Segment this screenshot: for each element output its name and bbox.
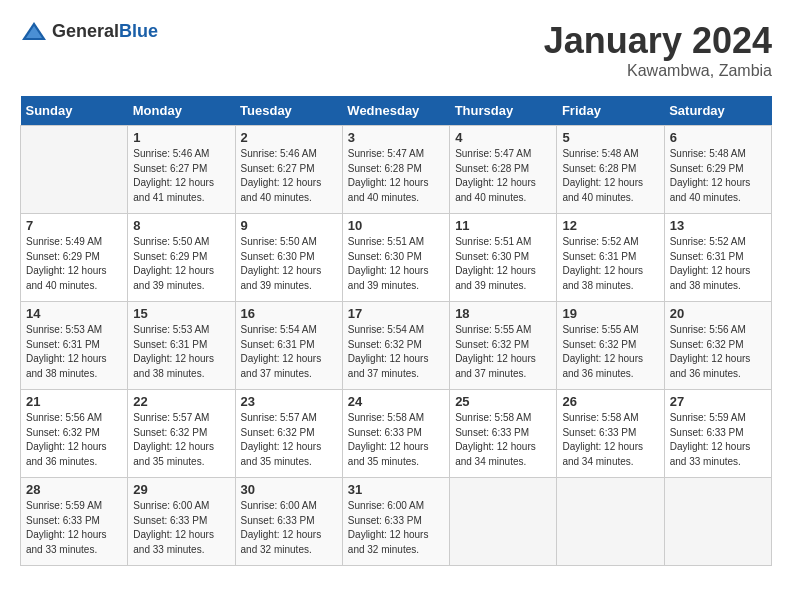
location-subtitle: Kawambwa, Zambia: [544, 62, 772, 80]
day-info: Sunrise: 5:51 AM Sunset: 6:30 PM Dayligh…: [455, 235, 551, 293]
calendar-cell: 23Sunrise: 5:57 AM Sunset: 6:32 PM Dayli…: [235, 390, 342, 478]
title-section: January 2024 Kawambwa, Zambia: [544, 20, 772, 80]
day-number: 18: [455, 306, 551, 321]
day-info: Sunrise: 5:46 AM Sunset: 6:27 PM Dayligh…: [133, 147, 229, 205]
day-info: Sunrise: 5:55 AM Sunset: 6:32 PM Dayligh…: [562, 323, 658, 381]
day-number: 21: [26, 394, 122, 409]
calendar-cell: 29Sunrise: 6:00 AM Sunset: 6:33 PM Dayli…: [128, 478, 235, 566]
day-number: 7: [26, 218, 122, 233]
day-number: 20: [670, 306, 766, 321]
calendar-cell: 7Sunrise: 5:49 AM Sunset: 6:29 PM Daylig…: [21, 214, 128, 302]
calendar-cell: 31Sunrise: 6:00 AM Sunset: 6:33 PM Dayli…: [342, 478, 449, 566]
column-header-sunday: Sunday: [21, 96, 128, 126]
day-number: 31: [348, 482, 444, 497]
calendar-cell: 2Sunrise: 5:46 AM Sunset: 6:27 PM Daylig…: [235, 126, 342, 214]
day-info: Sunrise: 5:51 AM Sunset: 6:30 PM Dayligh…: [348, 235, 444, 293]
calendar-cell: 8Sunrise: 5:50 AM Sunset: 6:29 PM Daylig…: [128, 214, 235, 302]
day-info: Sunrise: 5:52 AM Sunset: 6:31 PM Dayligh…: [562, 235, 658, 293]
calendar-cell: 5Sunrise: 5:48 AM Sunset: 6:28 PM Daylig…: [557, 126, 664, 214]
day-info: Sunrise: 5:56 AM Sunset: 6:32 PM Dayligh…: [670, 323, 766, 381]
calendar-table: SundayMondayTuesdayWednesdayThursdayFrid…: [20, 96, 772, 566]
calendar-header-row: SundayMondayTuesdayWednesdayThursdayFrid…: [21, 96, 772, 126]
calendar-cell: [664, 478, 771, 566]
day-info: Sunrise: 5:52 AM Sunset: 6:31 PM Dayligh…: [670, 235, 766, 293]
day-info: Sunrise: 6:00 AM Sunset: 6:33 PM Dayligh…: [241, 499, 337, 557]
day-number: 14: [26, 306, 122, 321]
calendar-cell: 25Sunrise: 5:58 AM Sunset: 6:33 PM Dayli…: [450, 390, 557, 478]
day-info: Sunrise: 5:48 AM Sunset: 6:29 PM Dayligh…: [670, 147, 766, 205]
calendar-cell: 27Sunrise: 5:59 AM Sunset: 6:33 PM Dayli…: [664, 390, 771, 478]
calendar-cell: 16Sunrise: 5:54 AM Sunset: 6:31 PM Dayli…: [235, 302, 342, 390]
day-number: 23: [241, 394, 337, 409]
month-year-title: January 2024: [544, 20, 772, 62]
day-info: Sunrise: 5:53 AM Sunset: 6:31 PM Dayligh…: [133, 323, 229, 381]
day-number: 8: [133, 218, 229, 233]
logo-general-text: General: [52, 21, 119, 41]
column-header-thursday: Thursday: [450, 96, 557, 126]
calendar-cell: 30Sunrise: 6:00 AM Sunset: 6:33 PM Dayli…: [235, 478, 342, 566]
day-number: 28: [26, 482, 122, 497]
page-header: GeneralBlue January 2024 Kawambwa, Zambi…: [20, 20, 772, 80]
day-info: Sunrise: 5:50 AM Sunset: 6:30 PM Dayligh…: [241, 235, 337, 293]
day-number: 5: [562, 130, 658, 145]
calendar-cell: [450, 478, 557, 566]
calendar-cell: 12Sunrise: 5:52 AM Sunset: 6:31 PM Dayli…: [557, 214, 664, 302]
calendar-cell: 13Sunrise: 5:52 AM Sunset: 6:31 PM Dayli…: [664, 214, 771, 302]
calendar-cell: 1Sunrise: 5:46 AM Sunset: 6:27 PM Daylig…: [128, 126, 235, 214]
calendar-cell: 15Sunrise: 5:53 AM Sunset: 6:31 PM Dayli…: [128, 302, 235, 390]
calendar-cell: 17Sunrise: 5:54 AM Sunset: 6:32 PM Dayli…: [342, 302, 449, 390]
calendar-cell: 18Sunrise: 5:55 AM Sunset: 6:32 PM Dayli…: [450, 302, 557, 390]
day-number: 10: [348, 218, 444, 233]
day-info: Sunrise: 5:49 AM Sunset: 6:29 PM Dayligh…: [26, 235, 122, 293]
day-info: Sunrise: 5:59 AM Sunset: 6:33 PM Dayligh…: [26, 499, 122, 557]
calendar-cell: 26Sunrise: 5:58 AM Sunset: 6:33 PM Dayli…: [557, 390, 664, 478]
day-number: 17: [348, 306, 444, 321]
day-info: Sunrise: 5:55 AM Sunset: 6:32 PM Dayligh…: [455, 323, 551, 381]
column-header-tuesday: Tuesday: [235, 96, 342, 126]
day-number: 24: [348, 394, 444, 409]
day-info: Sunrise: 5:47 AM Sunset: 6:28 PM Dayligh…: [455, 147, 551, 205]
day-info: Sunrise: 5:58 AM Sunset: 6:33 PM Dayligh…: [348, 411, 444, 469]
day-info: Sunrise: 5:46 AM Sunset: 6:27 PM Dayligh…: [241, 147, 337, 205]
day-number: 19: [562, 306, 658, 321]
day-number: 27: [670, 394, 766, 409]
day-info: Sunrise: 6:00 AM Sunset: 6:33 PM Dayligh…: [133, 499, 229, 557]
day-number: 6: [670, 130, 766, 145]
day-number: 26: [562, 394, 658, 409]
calendar-week-5: 28Sunrise: 5:59 AM Sunset: 6:33 PM Dayli…: [21, 478, 772, 566]
day-number: 11: [455, 218, 551, 233]
day-number: 12: [562, 218, 658, 233]
calendar-cell: 19Sunrise: 5:55 AM Sunset: 6:32 PM Dayli…: [557, 302, 664, 390]
column-header-friday: Friday: [557, 96, 664, 126]
day-info: Sunrise: 5:56 AM Sunset: 6:32 PM Dayligh…: [26, 411, 122, 469]
calendar-cell: 9Sunrise: 5:50 AM Sunset: 6:30 PM Daylig…: [235, 214, 342, 302]
day-info: Sunrise: 5:57 AM Sunset: 6:32 PM Dayligh…: [133, 411, 229, 469]
day-number: 16: [241, 306, 337, 321]
day-number: 13: [670, 218, 766, 233]
day-number: 29: [133, 482, 229, 497]
calendar-week-3: 14Sunrise: 5:53 AM Sunset: 6:31 PM Dayli…: [21, 302, 772, 390]
day-number: 4: [455, 130, 551, 145]
day-info: Sunrise: 5:58 AM Sunset: 6:33 PM Dayligh…: [455, 411, 551, 469]
calendar-cell: 14Sunrise: 5:53 AM Sunset: 6:31 PM Dayli…: [21, 302, 128, 390]
day-number: 2: [241, 130, 337, 145]
day-info: Sunrise: 5:48 AM Sunset: 6:28 PM Dayligh…: [562, 147, 658, 205]
day-info: Sunrise: 5:58 AM Sunset: 6:33 PM Dayligh…: [562, 411, 658, 469]
calendar-week-2: 7Sunrise: 5:49 AM Sunset: 6:29 PM Daylig…: [21, 214, 772, 302]
calendar-week-4: 21Sunrise: 5:56 AM Sunset: 6:32 PM Dayli…: [21, 390, 772, 478]
day-number: 1: [133, 130, 229, 145]
calendar-cell: 20Sunrise: 5:56 AM Sunset: 6:32 PM Dayli…: [664, 302, 771, 390]
calendar-cell: [21, 126, 128, 214]
day-info: Sunrise: 5:59 AM Sunset: 6:33 PM Dayligh…: [670, 411, 766, 469]
day-info: Sunrise: 5:57 AM Sunset: 6:32 PM Dayligh…: [241, 411, 337, 469]
day-number: 3: [348, 130, 444, 145]
calendar-cell: 22Sunrise: 5:57 AM Sunset: 6:32 PM Dayli…: [128, 390, 235, 478]
day-number: 30: [241, 482, 337, 497]
calendar-cell: 11Sunrise: 5:51 AM Sunset: 6:30 PM Dayli…: [450, 214, 557, 302]
column-header-monday: Monday: [128, 96, 235, 126]
day-info: Sunrise: 6:00 AM Sunset: 6:33 PM Dayligh…: [348, 499, 444, 557]
calendar-cell: 28Sunrise: 5:59 AM Sunset: 6:33 PM Dayli…: [21, 478, 128, 566]
day-number: 25: [455, 394, 551, 409]
logo-icon: [20, 20, 48, 42]
calendar-cell: 21Sunrise: 5:56 AM Sunset: 6:32 PM Dayli…: [21, 390, 128, 478]
